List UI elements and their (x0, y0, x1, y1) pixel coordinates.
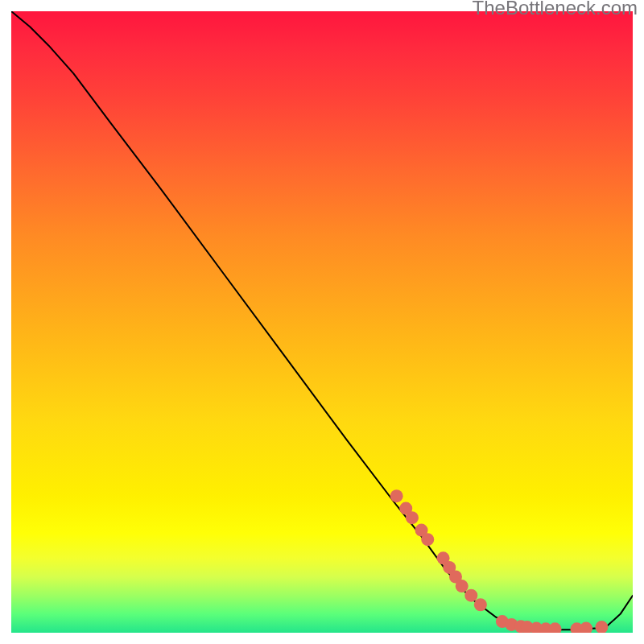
gradient-plot-area (11, 11, 633, 633)
watermark-text: TheBottleneck.com (473, 0, 638, 19)
